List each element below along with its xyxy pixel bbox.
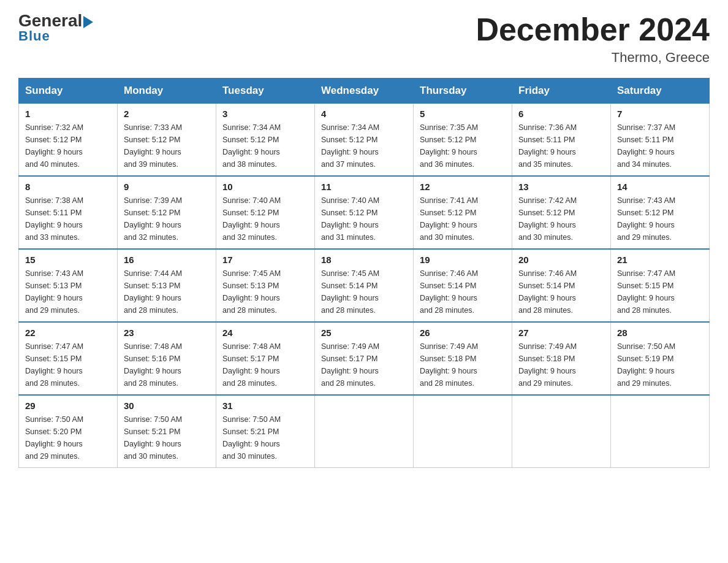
day-info: Sunrise: 7:32 AMSunset: 5:12 PMDaylight:… [25,121,111,170]
day-number: 22 [25,327,111,338]
calendar-cell: 22Sunrise: 7:47 AMSunset: 5:15 PMDayligh… [19,322,118,395]
day-number: 21 [617,255,703,265]
calendar-cell: 28Sunrise: 7:50 AMSunset: 5:19 PMDayligh… [611,322,710,395]
day-number: 23 [124,327,210,338]
calendar-cell: 26Sunrise: 7:49 AMSunset: 5:18 PMDayligh… [414,322,512,395]
day-info: Sunrise: 7:43 AMSunset: 5:13 PMDaylight:… [25,267,111,316]
day-info: Sunrise: 7:50 AMSunset: 5:21 PMDaylight:… [222,413,308,462]
day-info: Sunrise: 7:50 AMSunset: 5:21 PMDaylight:… [124,413,210,462]
day-number: 3 [222,109,308,119]
day-info: Sunrise: 7:38 AMSunset: 5:11 PMDaylight:… [25,194,111,243]
calendar-table: SundayMondayTuesdayWednesdayThursdayFrid… [18,78,710,468]
day-number: 8 [25,182,111,192]
calendar-cell: 30Sunrise: 7:50 AMSunset: 5:21 PMDayligh… [118,395,216,468]
day-info: Sunrise: 7:36 AMSunset: 5:11 PMDaylight:… [518,121,604,170]
calendar-cell: 9Sunrise: 7:39 AMSunset: 5:12 PMDaylight… [118,176,216,249]
day-number: 9 [124,182,210,192]
day-number: 15 [25,255,111,265]
day-number: 4 [321,109,407,119]
day-number: 17 [222,255,308,265]
weekday-header-thursday: Thursday [414,79,512,104]
weekday-header-saturday: Saturday [611,79,710,104]
calendar-cell: 5Sunrise: 7:35 AMSunset: 5:12 PMDaylight… [414,104,512,177]
calendar-cell [414,395,512,468]
weekday-header-sunday: Sunday [19,79,118,104]
calendar-cell: 10Sunrise: 7:40 AMSunset: 5:12 PMDayligh… [216,176,315,249]
calendar-cell: 29Sunrise: 7:50 AMSunset: 5:20 PMDayligh… [19,395,118,468]
calendar-cell: 17Sunrise: 7:45 AMSunset: 5:13 PMDayligh… [216,249,315,322]
logo-arrow-icon [83,16,93,28]
day-info: Sunrise: 7:49 AMSunset: 5:17 PMDaylight:… [321,340,407,389]
logo-blue: Blue [18,28,50,44]
location-label: Thermo, Greece [476,50,710,66]
day-number: 14 [617,182,703,192]
day-info: Sunrise: 7:47 AMSunset: 5:15 PMDaylight:… [617,267,703,316]
day-info: Sunrise: 7:37 AMSunset: 5:11 PMDaylight:… [617,121,703,170]
day-info: Sunrise: 7:34 AMSunset: 5:12 PMDaylight:… [321,121,407,170]
calendar-cell: 13Sunrise: 7:42 AMSunset: 5:12 PMDayligh… [512,176,611,249]
day-number: 24 [222,327,308,338]
day-number: 26 [420,327,506,338]
page-header: General Blue December 2024 Thermo, Greec… [18,12,710,66]
calendar-cell [611,395,710,468]
calendar-cell: 7Sunrise: 7:37 AMSunset: 5:11 PMDaylight… [611,104,710,177]
calendar-cell: 2Sunrise: 7:33 AMSunset: 5:12 PMDaylight… [118,104,216,177]
day-number: 29 [25,400,111,411]
weekday-header-tuesday: Tuesday [216,79,315,104]
calendar-cell: 15Sunrise: 7:43 AMSunset: 5:13 PMDayligh… [19,249,118,322]
calendar-cell: 11Sunrise: 7:40 AMSunset: 5:12 PMDayligh… [315,176,414,249]
day-number: 18 [321,255,407,265]
day-info: Sunrise: 7:45 AMSunset: 5:14 PMDaylight:… [321,267,407,316]
day-number: 31 [222,400,308,411]
day-number: 16 [124,255,210,265]
calendar-cell [315,395,414,468]
day-info: Sunrise: 7:40 AMSunset: 5:12 PMDaylight:… [321,194,407,243]
calendar-cell: 19Sunrise: 7:46 AMSunset: 5:14 PMDayligh… [414,249,512,322]
day-number: 6 [518,109,604,119]
day-info: Sunrise: 7:50 AMSunset: 5:19 PMDaylight:… [617,340,703,389]
calendar-cell: 25Sunrise: 7:49 AMSunset: 5:17 PMDayligh… [315,322,414,395]
day-info: Sunrise: 7:39 AMSunset: 5:12 PMDaylight:… [124,194,210,243]
logo: General Blue [18,12,93,44]
calendar-cell: 23Sunrise: 7:48 AMSunset: 5:16 PMDayligh… [118,322,216,395]
day-number: 30 [124,400,210,411]
calendar-cell: 14Sunrise: 7:43 AMSunset: 5:12 PMDayligh… [611,176,710,249]
calendar-cell: 27Sunrise: 7:49 AMSunset: 5:18 PMDayligh… [512,322,611,395]
day-info: Sunrise: 7:40 AMSunset: 5:12 PMDaylight:… [222,194,308,243]
day-number: 1 [25,109,111,119]
calendar-cell: 12Sunrise: 7:41 AMSunset: 5:12 PMDayligh… [414,176,512,249]
calendar-cell: 18Sunrise: 7:45 AMSunset: 5:14 PMDayligh… [315,249,414,322]
calendar-cell: 1Sunrise: 7:32 AMSunset: 5:12 PMDaylight… [19,104,118,177]
day-number: 2 [124,109,210,119]
day-info: Sunrise: 7:44 AMSunset: 5:13 PMDaylight:… [124,267,210,316]
day-number: 7 [617,109,703,119]
day-number: 25 [321,327,407,338]
day-info: Sunrise: 7:49 AMSunset: 5:18 PMDaylight:… [518,340,604,389]
calendar-cell: 31Sunrise: 7:50 AMSunset: 5:21 PMDayligh… [216,395,315,468]
day-info: Sunrise: 7:41 AMSunset: 5:12 PMDaylight:… [420,194,506,243]
calendar-cell: 21Sunrise: 7:47 AMSunset: 5:15 PMDayligh… [611,249,710,322]
day-info: Sunrise: 7:46 AMSunset: 5:14 PMDaylight:… [518,267,604,316]
day-info: Sunrise: 7:34 AMSunset: 5:12 PMDaylight:… [222,121,308,170]
day-info: Sunrise: 7:50 AMSunset: 5:20 PMDaylight:… [25,413,111,462]
calendar-cell: 20Sunrise: 7:46 AMSunset: 5:14 PMDayligh… [512,249,611,322]
day-info: Sunrise: 7:45 AMSunset: 5:13 PMDaylight:… [222,267,308,316]
logo-general: General [18,11,82,30]
weekday-header-wednesday: Wednesday [315,79,414,104]
calendar-cell [512,395,611,468]
day-info: Sunrise: 7:35 AMSunset: 5:12 PMDaylight:… [420,121,506,170]
weekday-header-monday: Monday [118,79,216,104]
day-info: Sunrise: 7:48 AMSunset: 5:17 PMDaylight:… [222,340,308,389]
calendar-cell: 16Sunrise: 7:44 AMSunset: 5:13 PMDayligh… [118,249,216,322]
day-info: Sunrise: 7:49 AMSunset: 5:18 PMDaylight:… [420,340,506,389]
day-info: Sunrise: 7:47 AMSunset: 5:15 PMDaylight:… [25,340,111,389]
day-number: 11 [321,182,407,192]
month-year-title: December 2024 [476,12,710,47]
day-info: Sunrise: 7:33 AMSunset: 5:12 PMDaylight:… [124,121,210,170]
day-number: 5 [420,109,506,119]
day-number: 19 [420,255,506,265]
day-number: 28 [617,327,703,338]
day-info: Sunrise: 7:46 AMSunset: 5:14 PMDaylight:… [420,267,506,316]
weekday-header-friday: Friday [512,79,611,104]
day-number: 10 [222,182,308,192]
